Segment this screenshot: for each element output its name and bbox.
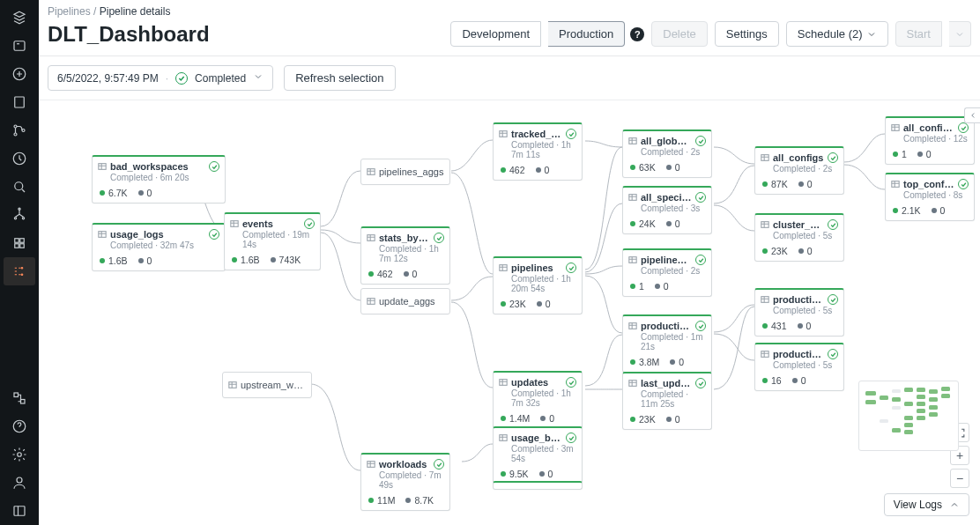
svg-rect-40 <box>761 155 768 161</box>
view-logs-button[interactable]: View Logs <box>884 493 969 516</box>
svg-point-7 <box>15 182 23 190</box>
node-all-specified-clusters[interactable]: all_specified_clust... Completed · 3s 24… <box>622 186 712 234</box>
sidebar-user-icon[interactable] <box>4 469 35 497</box>
sidebar-settings-icon[interactable] <box>4 440 35 469</box>
svg-rect-41 <box>761 222 768 228</box>
refresh-selection-button[interactable]: Refresh selection <box>284 65 395 91</box>
check-icon <box>828 219 838 230</box>
svg-rect-11 <box>15 239 19 243</box>
check-icon <box>434 233 444 243</box>
svg-point-15 <box>21 268 23 270</box>
node-production-pipeline[interactable]: production_pipelin... Completed · 1m 21s… <box>622 314 712 373</box>
svg-rect-39 <box>629 381 636 387</box>
breadcrumb-root[interactable]: Pipelines <box>48 5 91 18</box>
node-pipelines-tests[interactable]: pipelines_tests Completed · 2s 10 <box>622 248 712 297</box>
svg-rect-28 <box>368 235 375 241</box>
table-icon <box>628 255 637 264</box>
collapse-panel-button[interactable] <box>964 107 980 123</box>
svg-point-20 <box>18 453 22 457</box>
check-icon <box>695 255 706 265</box>
table-icon <box>228 381 237 389</box>
node-stats-by-date[interactable]: stats_by_date Completed · 1h 7m 12s 4620 <box>360 226 450 285</box>
svg-rect-35 <box>629 138 636 144</box>
sidebar-help-icon[interactable] <box>4 412 35 440</box>
svg-rect-45 <box>892 181 899 188</box>
start-button-group: Start <box>888 21 971 47</box>
svg-point-9 <box>14 218 16 219</box>
run-status-label: Completed <box>195 72 246 85</box>
sidebar-search-icon[interactable] <box>4 173 35 201</box>
node-update-aggs[interactable]: update_aggs <box>360 288 450 314</box>
check-icon <box>209 161 219 172</box>
svg-rect-22 <box>14 507 25 516</box>
node-all-config-tests[interactable]: all_config_tests Completed · 12s 10 <box>885 116 975 165</box>
node-last-update[interactable]: last_update Completed · 11m 25s 23K0 <box>622 372 712 430</box>
sidebar-data-icon[interactable] <box>4 201 35 229</box>
sidebar-repos-icon[interactable] <box>4 116 35 144</box>
pipeline-graph-canvas[interactable]: bad_workspaces Completed · 6m 20s 6.7K0 … <box>39 100 980 525</box>
node-usage-by-region[interactable]: usage_by_region Completed · 3m 54s 9.5K0 <box>493 426 583 484</box>
node-top-configs[interactable]: top_configs Completed · 8s 2.1K0 <box>885 173 975 221</box>
svg-rect-0 <box>14 41 25 51</box>
node-all-configs[interactable]: all_configs Completed · 2s 87K0 <box>754 146 844 195</box>
run-status-selector[interactable]: 6/5/2022, 9:57:49 PM · Completed <box>48 65 273 91</box>
node-workloads[interactable]: workloads Completed · 7m 49s 11M8.7K <box>360 453 450 511</box>
production-button[interactable]: Production <box>548 21 625 47</box>
svg-rect-37 <box>629 257 636 263</box>
svg-rect-24 <box>99 232 106 238</box>
node-pipelines-aggs[interactable]: pipelines_aggs <box>360 159 450 185</box>
sidebar-notebook-icon[interactable] <box>4 88 35 116</box>
sidebar-nav <box>0 0 39 525</box>
svg-point-16 <box>21 274 23 276</box>
check-icon <box>695 136 706 146</box>
sidebar-workspace-icon[interactable] <box>4 32 35 60</box>
minimap[interactable] <box>858 381 959 451</box>
svg-point-4 <box>14 133 17 136</box>
mode-toggle: Development Production <box>443 21 625 47</box>
sidebar-create-icon[interactable] <box>4 60 35 88</box>
node-events[interactable]: events Completed · 19m 14s 1.6B743K <box>224 212 321 270</box>
node-upstream-workloads[interactable]: upstream_workloa... <box>222 372 312 398</box>
node-pipelines[interactable]: pipelines Completed · 1h 20m 54s 23K0 <box>493 256 583 314</box>
zoom-out-button[interactable]: − <box>950 469 969 488</box>
development-button[interactable]: Development <box>450 21 541 47</box>
settings-button[interactable]: Settings <box>715 21 779 47</box>
table-icon <box>761 220 769 229</box>
node-production-by-date[interactable]: production_by_date Completed · 5s 4310 <box>754 288 844 336</box>
table-icon <box>230 219 239 228</box>
table-icon <box>499 433 508 442</box>
check-icon <box>828 349 838 359</box>
svg-rect-25 <box>231 221 238 227</box>
table-icon <box>891 180 900 189</box>
node-bad-workspaces[interactable]: bad_workspaces Completed · 6m 20s 6.7K0 <box>92 155 226 203</box>
svg-rect-33 <box>500 380 507 386</box>
table-icon <box>499 263 508 272</box>
node-production-by-month[interactable]: production_by_mo... Completed · 5s 160 <box>754 343 844 391</box>
svg-rect-12 <box>20 239 25 243</box>
node-tracked-dates[interactable]: tracked_dates Completed · 1h 7m 11s 4620 <box>493 122 583 181</box>
sidebar-recents-icon[interactable] <box>4 144 35 173</box>
node-usage-logs[interactable]: usage_logs Completed · 32m 47s 1.6B0 <box>92 223 226 271</box>
node-all-global-configs[interactable]: all_global_configs Completed · 2s 63K0 <box>622 129 712 178</box>
svg-rect-23 <box>99 164 106 170</box>
node-cluster-spec[interactable]: cluster_specificati... Completed · 5s 23… <box>754 213 844 262</box>
sidebar-panel-toggle-icon[interactable] <box>4 497 35 525</box>
sidebar-compute-icon[interactable] <box>4 229 35 257</box>
sidebar-integrations-icon[interactable] <box>4 384 35 412</box>
sidebar-logo[interactable] <box>4 4 35 32</box>
schedule-button[interactable]: Schedule (2) <box>786 21 888 47</box>
check-icon <box>209 229 219 240</box>
table-icon <box>499 378 508 387</box>
chevron-up-icon <box>949 499 960 510</box>
svg-point-21 <box>17 477 22 483</box>
svg-rect-26 <box>229 382 236 388</box>
svg-rect-44 <box>892 125 899 131</box>
check-icon <box>695 321 706 331</box>
node-updates[interactable]: updates Completed · 1h 7m 32s 1.4M0 <box>493 371 583 429</box>
sidebar-pipelines-icon[interactable] <box>4 257 35 285</box>
table-icon <box>761 295 769 304</box>
mode-help-icon[interactable]: ? <box>630 27 644 41</box>
table-icon <box>761 350 769 359</box>
svg-point-3 <box>14 125 17 128</box>
node-partial[interactable] <box>493 481 583 490</box>
